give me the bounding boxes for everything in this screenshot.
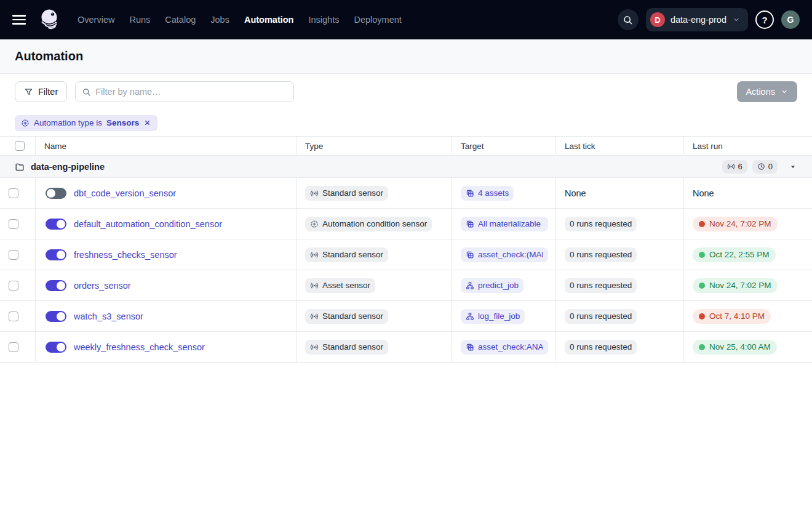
filter-tag-automation-type: Automation type is Sensors (15, 115, 157, 131)
nav-item-jobs[interactable]: Jobs (210, 15, 229, 25)
last-run-link[interactable]: Nov 25, 4:00 AM (693, 340, 777, 355)
clock-icon (757, 163, 765, 171)
top-nav: Overview Runs Catalog Jobs Automation In… (0, 0, 812, 39)
sensor-toggle[interactable] (46, 219, 66, 230)
last-run-link[interactable]: Oct 7, 4:10 PM (693, 309, 771, 324)
automation-condition-icon (310, 220, 319, 228)
sensor-icon (727, 163, 735, 171)
sensor-name-link[interactable]: weekly_freshness_check_sensor (74, 342, 205, 352)
folder-icon (15, 162, 25, 172)
column-header-last-run: Last run (683, 137, 812, 155)
nav-item-catalog[interactable]: Catalog (165, 15, 196, 25)
sensor-count-badge: 6 (722, 160, 747, 174)
last-run-link[interactable]: Nov 24, 7:02 PM (693, 278, 778, 293)
job-icon (466, 281, 474, 290)
table-row: freshness_checks_sensor Standard sensor … (0, 239, 812, 270)
last-tick-badge: 0 runs requested (565, 278, 637, 293)
page-title: Automation (15, 49, 83, 63)
dagster-logo-icon (38, 7, 62, 32)
page-header: Automation (0, 39, 812, 74)
last-tick-badge: 0 runs requested (565, 217, 637, 231)
nav-item-overview[interactable]: Overview (78, 15, 114, 25)
row-checkbox[interactable] (9, 342, 18, 352)
help-icon: ? (762, 15, 767, 25)
sensor-toggle[interactable] (46, 249, 66, 260)
asset-icon (466, 251, 474, 259)
deployment-switcher[interactable]: D data-eng-prod (646, 8, 748, 31)
last-tick-value: None (565, 188, 586, 198)
select-all-checkbox[interactable] (15, 141, 25, 151)
sensor-name-link[interactable]: orders_sensor (74, 281, 131, 291)
column-header-target: Target (452, 137, 555, 155)
deployment-name: data-eng-prod (671, 15, 726, 25)
sensor-name-link[interactable]: watch_s3_sensor (74, 311, 143, 321)
chevron-down-icon (780, 87, 789, 96)
target-link[interactable]: predict_job (461, 278, 523, 293)
name-filter-input[interactable] (95, 87, 287, 97)
help-button[interactable]: ? (755, 10, 774, 29)
column-header-name: Name (35, 137, 296, 155)
nav-item-insights[interactable]: Insights (308, 15, 339, 25)
last-tick-badge: 0 runs requested (565, 309, 637, 324)
sensor-name-link[interactable]: dbt_code_version_sensor (74, 188, 176, 198)
table-header: Name Type Target Last tick Last run (0, 136, 812, 156)
row-checkbox[interactable] (9, 219, 18, 229)
collapse-group-button[interactable] (789, 163, 797, 171)
remove-filter-button[interactable] (143, 119, 151, 127)
sensor-toggle[interactable] (46, 280, 66, 291)
target-link[interactable]: All materializable as (461, 217, 548, 231)
sensor-toggle[interactable] (46, 342, 66, 353)
last-run-value: None (693, 188, 714, 198)
nav-item-runs[interactable]: Runs (129, 15, 150, 25)
sensor-icon (310, 281, 319, 290)
sensor-name-link[interactable]: freshness_checks_sensor (74, 250, 177, 260)
close-icon (143, 119, 151, 127)
chevron-down-icon (732, 15, 741, 24)
last-tick-badge: 0 runs requested (565, 340, 637, 355)
sensor-icon (310, 343, 319, 351)
row-checkbox[interactable] (9, 188, 18, 198)
last-run-link[interactable]: Oct 22, 2:55 PM (693, 247, 776, 262)
target-link[interactable]: asset_check:ANALY (461, 340, 548, 355)
caret-down-icon (789, 163, 797, 171)
sensor-toggle[interactable] (46, 188, 66, 199)
repo-group-name: data-eng-pipeline (31, 162, 105, 172)
schedule-count-badge: 0 (752, 160, 778, 174)
repo-group-row: data-eng-pipeline 6 0 (0, 156, 812, 178)
sensor-type-badge: Standard sensor (305, 186, 388, 201)
column-header-type: Type (296, 137, 452, 155)
search-icon (82, 87, 91, 97)
sensor-icon (310, 312, 319, 321)
sensor-type-badge: Standard sensor (305, 340, 388, 355)
nav-item-deployment[interactable]: Deployment (354, 15, 401, 25)
table-row: weekly_freshness_check_sensor Standard s… (0, 332, 812, 363)
funnel-icon (24, 87, 33, 97)
automation-condition-icon (21, 119, 30, 127)
search-icon (623, 15, 633, 25)
hamburger-menu-icon[interactable] (12, 15, 28, 24)
table-row: default_automation_condition_sensor Auto… (0, 209, 812, 239)
search-button[interactable] (618, 9, 639, 30)
target-link[interactable]: 4 assets (461, 186, 514, 201)
sensor-icon (310, 189, 319, 198)
job-icon (466, 312, 474, 321)
row-checkbox[interactable] (9, 281, 18, 291)
run-status-dot (699, 283, 705, 289)
toolbar: Filter Actions (0, 74, 812, 110)
sensor-toggle[interactable] (46, 311, 66, 322)
active-filters-row: Automation type is Sensors (0, 110, 812, 136)
nav-item-automation[interactable]: Automation (244, 15, 294, 25)
run-status-dot (699, 221, 705, 227)
filter-button[interactable]: Filter (15, 81, 67, 102)
row-checkbox[interactable] (9, 250, 18, 260)
sensor-type-badge: Asset sensor (305, 278, 375, 293)
last-run-link[interactable]: Nov 24, 7:02 PM (693, 217, 778, 231)
sensor-name-link[interactable]: default_automation_condition_sensor (74, 219, 222, 229)
target-link[interactable]: log_file_job (461, 309, 525, 324)
avatar[interactable]: G (781, 10, 800, 29)
target-link[interactable]: asset_check:(MARK (461, 247, 548, 262)
actions-button[interactable]: Actions (737, 81, 797, 102)
run-status-dot (699, 344, 705, 350)
row-checkbox[interactable] (9, 311, 18, 321)
asset-icon (466, 189, 474, 198)
